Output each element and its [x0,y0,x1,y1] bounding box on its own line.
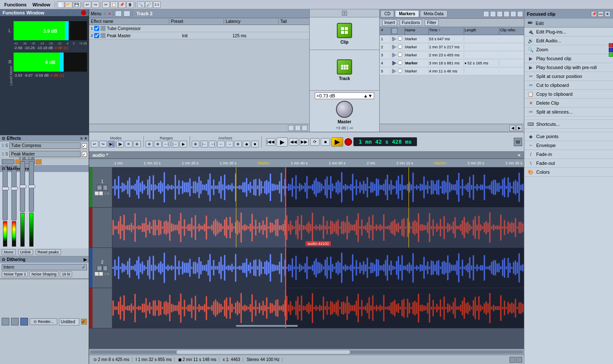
eff-btn3[interactable] [302,125,308,131]
menu-item-fade-in[interactable]: / Fade-in [524,150,613,159]
effects-sub-1[interactable] [2,159,14,164]
redo-btn[interactable]: ↪ [92,1,99,8]
markers-icon6[interactable] [517,11,523,17]
open-btn[interactable]: 📂 [65,1,73,8]
menu-item-split-silences[interactable]: ✂ Split at silences... [524,108,613,117]
nav-next-btn[interactable]: ▶ [516,125,522,131]
effects-sub-4[interactable] [36,159,42,164]
noise-shaping-btn[interactable]: Noise Shaping [29,271,59,277]
markers-filter-btn[interactable]: Filter [425,19,438,26]
close-functions-btn[interactable] [81,10,86,15]
loop-btn[interactable]: ⟳ [310,138,319,146]
markers-icon1[interactable] [483,11,489,17]
anchor-btn-5[interactable]: → [226,141,233,147]
range-btn-2[interactable]: ⊗ [154,141,162,147]
zoom-100-btn[interactable]: 1:1 [153,1,161,8]
menu-item-shortcuts[interactable]: ⌨ Shortcuts... [524,120,613,129]
menu-item-play-focused[interactable]: ▶ Play focused clip [524,54,613,63]
effects-menu-btn[interactable]: ≡ [80,136,83,141]
play-btn[interactable]: ▶ [277,137,288,147]
noise-type-btn[interactable]: Noise Type 1 [2,271,28,277]
clip-btn[interactable] [337,23,352,38]
markers-icon3[interactable] [497,11,503,17]
mode-btn-1[interactable]: ↩ [91,141,98,147]
marker-row-4[interactable]: 4 Marker 3 mn 18 s 881 ms ♦ 52 s 165 ms [380,59,524,67]
close-waveform-btn[interactable]: × [518,153,521,158]
eff-check-2[interactable] [94,33,99,38]
tab-markers[interactable]: Markers [395,10,419,17]
range-btn-5[interactable]: ▶ [179,141,187,147]
new-btn[interactable]: 📄 [57,1,64,8]
marker-row-1[interactable]: 1 Marker 53 s 647 ms [380,35,524,43]
audio-btn2[interactable] [123,11,130,17]
menu-item-cut-clipboard[interactable]: ✂ Cut to clipboard [524,81,613,90]
menu-item-edit-audio[interactable]: 🔊 Edit Audio... [524,36,613,45]
menu-item-split-cursor[interactable]: ✂ Split at cursor position [524,72,613,81]
zoom-in-btn[interactable]: 🔍 [137,1,145,8]
nav-prev-btn[interactable]: ◀ [509,125,515,131]
mode-btn-2[interactable]: ↪ [99,141,107,147]
anchor-btn-1[interactable]: ⊕ [192,141,199,147]
scrollbar-track-h[interactable] [90,350,523,354]
fader-track-4[interactable] [29,161,34,212]
markers-icon5[interactable] [510,11,516,17]
menu-item-envelope[interactable]: ~ Envelope [524,141,613,150]
functions-menu[interactable]: Functions [2,2,29,7]
anchor-btn-4[interactable]: ← [217,141,225,147]
undo-btn[interactable]: ↩ [84,1,91,8]
swatch-red[interactable] [609,43,613,47]
track-2-s-btn[interactable]: S [103,265,108,271]
h-scrollbar[interactable] [89,349,524,355]
window-menu[interactable]: Window [30,2,53,7]
zoom-out-btn[interactable]: 🔎 [145,1,153,8]
fader-knob-3[interactable] [20,185,26,188]
menu-item-zoom[interactable]: 🔍 Zoom [524,45,613,54]
menu-item-colors[interactable]: 🎨 Colors [524,168,613,177]
marker-row-2[interactable]: 2 Marker 1 mn 37 s 217 ms [380,43,524,51]
menu-item-play-preroll[interactable]: ▶ Play focused clip with pre-roll [524,63,613,72]
dithering-toggle[interactable]: ▶ [84,257,87,262]
track-2-waveform[interactable] [112,248,524,288]
anchor-btn-2[interactable]: |← [200,141,208,147]
markers-icon2[interactable] [490,11,496,17]
mode-btn-3[interactable]: ▶| [108,141,115,147]
fader-knob-4[interactable] [28,185,35,188]
eff-btn2[interactable] [295,125,301,131]
anchor-btn-8[interactable]: ■ [251,141,259,147]
markers-functions-btn[interactable]: Functions [400,19,422,26]
untitled-check[interactable]: ✓ [81,319,87,325]
db-value-display[interactable]: +0.73 dB ▲▼ [315,92,374,99]
anchor-btn-6[interactable]: ⊗ [234,141,242,147]
marker-check-5[interactable] [398,69,402,73]
stop-btn[interactable]: ■ [321,138,330,146]
range-btn-1[interactable]: ⊕ [146,141,153,147]
fader-track-2[interactable] [11,169,17,220]
paste-btn[interactable]: 📌 [118,1,126,8]
delete-btn[interactable]: 🗑 [126,1,134,8]
scroll-up-btn[interactable]: ↑ [342,11,347,16]
mode-btn-5[interactable]: ✕ [125,141,132,147]
marker-row-5[interactable]: 5 Marker 4 mn 11 s 46 ms [380,67,524,75]
mono-btn[interactable]: Mono [2,249,16,255]
cut-btn[interactable]: ✂ [102,1,110,8]
rewind-btn[interactable]: ◀◀ [289,138,298,146]
track-1-s-btn[interactable]: S [103,185,108,191]
fader-knob-2[interactable] [11,187,18,190]
swatch-green[interactable] [609,53,613,57]
status-icon2[interactable] [516,357,522,363]
bit-depth-btn[interactable]: 16 bi [60,271,73,277]
audio-btn1[interactable] [115,11,122,17]
fc-minimize-btn[interactable]: — [598,11,604,17]
close-audio-btn[interactable]: × [108,11,111,16]
save-btn[interactable]: 💾 [73,1,81,8]
menu-item-delete-clip[interactable]: ✕ Delete Clip [524,99,613,108]
effects-check-1[interactable]: ✓ [82,143,87,148]
range-btn-3[interactable]: ←| [162,141,170,147]
master-knob[interactable] [336,101,353,118]
copy-btn[interactable]: 📋 [110,1,118,8]
fader-knob-1[interactable] [2,187,9,190]
track-2-red-waveform[interactable] [112,288,524,328]
eff-btn1[interactable] [288,125,294,131]
track-1-waveform[interactable]: // Generated waveform bars [112,167,524,207]
scrollbar-thumb-h[interactable] [176,350,350,354]
